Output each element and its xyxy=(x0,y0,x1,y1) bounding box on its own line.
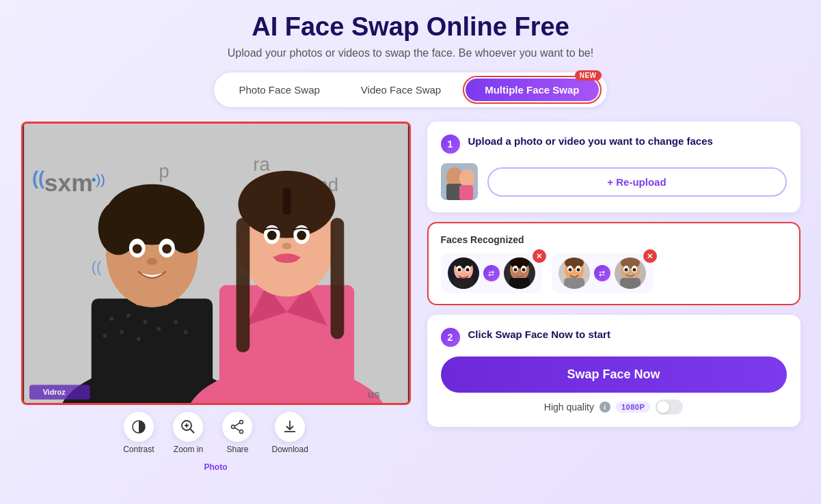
svg-point-46 xyxy=(267,231,276,240)
step2-card: 2 Click Swap Face Now to start Swap Face… xyxy=(427,315,800,427)
swap-face-button[interactable]: Swap Face Now xyxy=(441,356,787,393)
svg-text:((: (( xyxy=(91,258,101,275)
zoom-svg xyxy=(180,419,196,434)
svg-text:•)): •)) xyxy=(91,172,105,187)
svg-point-30 xyxy=(162,244,172,253)
share-button[interactable]: Share xyxy=(222,412,252,454)
svg-point-102 xyxy=(624,268,628,272)
svg-rect-12 xyxy=(91,298,212,403)
step2-number: 2 xyxy=(441,328,460,347)
svg-point-87 xyxy=(522,268,525,272)
svg-point-62 xyxy=(232,425,235,429)
svg-point-13 xyxy=(109,317,113,321)
right-panel: 1 Upload a photo or video you want to ch… xyxy=(427,122,800,427)
share-svg xyxy=(230,419,245,434)
remove-face-pair-1[interactable]: ✕ xyxy=(533,249,546,263)
swap-icon-1: ⇄ xyxy=(483,265,500,281)
share-icon xyxy=(222,412,252,442)
step2-title: Click Swap Face Now to start xyxy=(468,327,610,341)
upload-thumbnail xyxy=(441,163,478,200)
face-swap-1 xyxy=(504,257,535,289)
svg-point-75 xyxy=(454,257,473,268)
svg-rect-43 xyxy=(282,188,291,214)
toggle-knob xyxy=(657,401,669,413)
couple-svg: sxm (( •)) p ra and s (( •)) m) xyxy=(23,124,409,403)
contrast-icon xyxy=(124,412,154,442)
contrast-button[interactable]: Contrast xyxy=(123,412,154,454)
swap-icon-2: ⇄ xyxy=(594,265,610,281)
svg-point-95 xyxy=(576,268,580,272)
zoom-in-icon xyxy=(173,412,203,442)
svg-point-60 xyxy=(240,421,243,424)
svg-rect-82 xyxy=(509,278,530,289)
svg-point-78 xyxy=(457,268,461,272)
photo-tab-bottom: Photo xyxy=(21,461,411,472)
face-pair-2: ⇄ xyxy=(552,253,653,293)
svg-point-103 xyxy=(632,268,636,272)
svg-text:us: us xyxy=(367,389,380,400)
svg-point-14 xyxy=(126,313,130,318)
info-icon: i xyxy=(600,402,610,412)
share-label: Share xyxy=(226,445,248,454)
svg-point-54 xyxy=(135,425,137,427)
quality-toggle[interactable] xyxy=(656,400,683,415)
download-button[interactable]: Download xyxy=(271,412,308,454)
left-panel: sxm (( •)) p ra and s (( •)) m) xyxy=(21,122,411,472)
svg-point-70 xyxy=(459,169,474,187)
main-content: sxm (( •)) p ra and s (( •)) m) xyxy=(21,122,800,472)
svg-rect-90 xyxy=(564,278,584,289)
tab-multiple-wrapper: Multiple Face Swap NEW xyxy=(463,76,601,104)
svg-point-79 xyxy=(466,268,469,272)
svg-line-59 xyxy=(190,429,194,433)
zoom-label: Zoom in xyxy=(174,445,203,454)
svg-point-86 xyxy=(513,268,517,272)
download-svg xyxy=(282,419,297,434)
faces-recognized-title: Faces Recognized xyxy=(441,234,787,245)
face-original-2 xyxy=(558,257,590,289)
svg-line-63 xyxy=(235,423,241,426)
face2b-svg xyxy=(615,257,646,289)
tab-photo[interactable]: Photo Face Swap xyxy=(219,79,338,101)
page-subtitle: Upload your photos or videos to swap the… xyxy=(228,47,593,59)
svg-rect-98 xyxy=(620,278,641,289)
quality-badge: 1080P xyxy=(616,402,650,412)
quality-label: High quality xyxy=(544,402,594,412)
step2-header: 2 Click Swap Face Now to start xyxy=(441,327,787,347)
face-original-1 xyxy=(448,257,479,289)
tab-multiple[interactable]: Multiple Face Swap xyxy=(466,79,598,101)
svg-text:ra: ra xyxy=(253,154,270,175)
bottom-toolbar: Contrast Zoom in xyxy=(21,412,411,454)
svg-text:Vidroz: Vidroz xyxy=(42,388,65,396)
svg-point-48 xyxy=(282,242,291,249)
svg-point-99 xyxy=(621,257,640,268)
svg-point-29 xyxy=(132,244,142,253)
face1b-svg xyxy=(504,257,535,289)
svg-point-49 xyxy=(274,253,298,263)
page-title: AI Face Swap Online Free xyxy=(252,12,569,42)
svg-rect-71 xyxy=(459,185,473,200)
contrast-svg xyxy=(131,419,146,434)
new-badge: NEW xyxy=(575,70,602,81)
zoom-in-button[interactable]: Zoom in xyxy=(173,412,203,454)
remove-face-pair-2[interactable]: ✕ xyxy=(643,249,657,263)
svg-point-83 xyxy=(510,257,529,268)
svg-point-17 xyxy=(120,331,124,335)
tab-video[interactable]: Video Face Swap xyxy=(342,79,460,101)
svg-text:((: (( xyxy=(31,167,44,188)
svg-point-47 xyxy=(297,231,306,240)
svg-point-18 xyxy=(136,337,140,341)
svg-rect-40 xyxy=(236,218,250,352)
svg-point-21 xyxy=(183,331,187,335)
reupload-button[interactable]: + Re-upload xyxy=(487,167,787,197)
svg-rect-41 xyxy=(330,218,344,339)
download-label: Download xyxy=(271,445,308,454)
step1-card: 1 Upload a photo or video you want to ch… xyxy=(427,122,800,212)
svg-line-64 xyxy=(235,428,241,431)
svg-point-15 xyxy=(143,320,147,324)
contrast-label: Contrast xyxy=(123,445,154,454)
upload-row: + Re-upload xyxy=(441,163,787,200)
svg-text:p: p xyxy=(159,160,169,182)
bottom-photo-label: Photo xyxy=(204,462,228,472)
svg-point-20 xyxy=(173,320,177,324)
couple-image: sxm (( •)) p ra and s (( •)) m) xyxy=(23,124,409,403)
